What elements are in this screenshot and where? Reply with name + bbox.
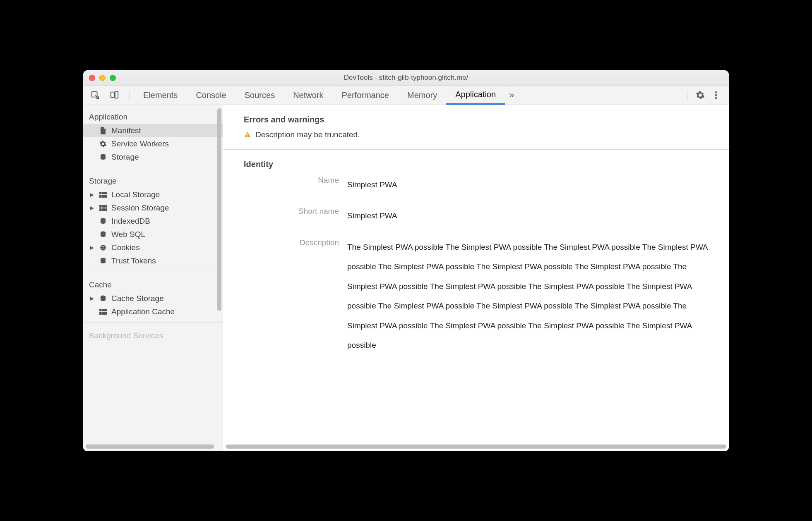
- database-icon: [99, 230, 107, 239]
- devtools-window: DevTools - stitch-glib-typhoon.glitch.me…: [83, 70, 729, 451]
- sidebar-item-indexeddb[interactable]: ▶ IndexedDB: [83, 215, 223, 228]
- svg-point-17: [100, 245, 106, 251]
- svg-point-4: [715, 94, 717, 96]
- inspect-element-icon[interactable]: [88, 88, 102, 102]
- more-options-icon[interactable]: [709, 88, 723, 102]
- svg-rect-26: [99, 312, 101, 315]
- svg-rect-11: [99, 205, 101, 208]
- sidebar-divider: [83, 272, 223, 272]
- sidebar-item-label: Manifest: [111, 126, 141, 135]
- sidebar-item-label: Trust Tokens: [111, 256, 156, 265]
- sidebar-divider: [83, 323, 223, 323]
- device-toolbar-icon[interactable]: [107, 88, 121, 102]
- svg-rect-7: [99, 192, 101, 194]
- zoom-window-button[interactable]: [110, 75, 116, 81]
- gear-icon: [99, 140, 107, 148]
- svg-point-19: [103, 246, 104, 247]
- grid-icon: [99, 308, 107, 316]
- sidebar-item-web-sql[interactable]: ▶ Web SQL: [83, 228, 223, 241]
- sidebar-item-label: Service Workers: [111, 139, 169, 148]
- sidebar-section-background-services: Background Services: [83, 327, 223, 343]
- sidebar-item-session-storage[interactable]: ▶ Session Storage: [83, 201, 223, 215]
- sidebar-item-service-workers[interactable]: ▶ Service Workers: [83, 137, 223, 151]
- main-horizontal-scrollbar[interactable]: [226, 445, 726, 449]
- sidebar-item-label: Local Storage: [111, 190, 160, 199]
- sidebar-item-application-cache[interactable]: ▶ Application Cache: [83, 305, 223, 318]
- expand-arrow-icon[interactable]: ▶: [89, 191, 95, 198]
- section-divider: [223, 149, 729, 150]
- svg-point-18: [102, 246, 103, 247]
- sidebar-item-label: Session Storage: [111, 203, 169, 213]
- identity-value-description: The Simplest PWA possible The Simplest P…: [347, 237, 708, 355]
- toolbar-divider: [687, 90, 687, 100]
- sidebar-section-application: Application: [83, 108, 223, 124]
- tab-elements[interactable]: Elements: [134, 86, 187, 105]
- application-sidebar[interactable]: Application ▶ Manifest ▶ Service Workers…: [83, 105, 223, 451]
- sidebar-item-cache-storage[interactable]: ▶ Cache Storage: [83, 292, 223, 305]
- main-panel-wrapper: Errors and warnings Description may be t…: [223, 105, 729, 451]
- more-tabs-button[interactable]: »: [505, 90, 518, 100]
- tab-label: Console: [196, 91, 226, 100]
- grid-icon: [99, 191, 107, 199]
- sidebar-item-trust-tokens[interactable]: ▶ Trust Tokens: [83, 254, 223, 268]
- svg-rect-2: [115, 91, 118, 98]
- database-icon: [99, 153, 107, 161]
- svg-rect-9: [99, 195, 101, 198]
- warning-text: Description may be truncated.: [255, 130, 360, 139]
- tab-network[interactable]: Network: [284, 86, 332, 105]
- svg-rect-25: [101, 309, 107, 311]
- svg-rect-14: [101, 208, 107, 211]
- tab-label: Memory: [407, 91, 437, 100]
- devtools-toolbar: Elements Console Sources Network Perform…: [83, 86, 729, 105]
- sidebar-item-label: Cache Storage: [111, 294, 164, 303]
- sidebar-item-label: IndexedDB: [111, 217, 150, 226]
- expand-arrow-icon[interactable]: ▶: [89, 244, 95, 251]
- identity-value-short-name: Simplest PWA: [347, 206, 708, 226]
- minimize-window-button[interactable]: [99, 75, 106, 81]
- svg-point-21: [103, 248, 104, 249]
- grid-icon: [99, 204, 107, 212]
- tab-sources[interactable]: Sources: [235, 86, 284, 105]
- panel-tabs: Elements Console Sources Network Perform…: [134, 86, 505, 105]
- settings-icon[interactable]: [693, 88, 707, 102]
- titlebar: DevTools - stitch-glib-typhoon.glitch.me…: [83, 70, 729, 86]
- svg-rect-1: [111, 92, 115, 98]
- manifest-panel[interactable]: Errors and warnings Description may be t…: [223, 105, 729, 451]
- traffic-lights: [83, 75, 116, 81]
- svg-rect-24: [99, 309, 101, 311]
- expand-arrow-icon[interactable]: ▶: [89, 205, 95, 211]
- warning-icon: [244, 131, 251, 139]
- tab-console[interactable]: Console: [187, 86, 235, 105]
- identity-label-short-name: Short name: [244, 206, 339, 216]
- sidebar-item-storage[interactable]: ▶ Storage: [83, 151, 223, 164]
- close-window-button[interactable]: [89, 75, 95, 81]
- svg-rect-28: [247, 134, 248, 136]
- expand-arrow-icon[interactable]: ▶: [89, 295, 95, 301]
- panel-body: Application ▶ Manifest ▶ Service Workers…: [83, 105, 729, 451]
- svg-rect-8: [101, 192, 107, 194]
- svg-point-20: [101, 248, 102, 249]
- toolbar-divider: [130, 90, 130, 100]
- tab-memory[interactable]: Memory: [398, 86, 446, 105]
- sidebar-horizontal-scrollbar[interactable]: [86, 445, 214, 449]
- sidebar-item-label: Storage: [111, 153, 139, 162]
- tab-label: Network: [293, 91, 323, 100]
- identity-label-name: Name: [244, 175, 339, 185]
- svg-point-5: [715, 97, 717, 99]
- tab-label: Sources: [245, 91, 275, 100]
- identity-section-title: Identity: [244, 160, 708, 169]
- sidebar-item-manifest[interactable]: ▶ Manifest: [83, 124, 223, 137]
- sidebar-divider: [83, 168, 223, 168]
- svg-rect-12: [101, 205, 107, 208]
- svg-rect-10: [101, 195, 107, 198]
- sidebar-item-cookies[interactable]: ▶ Cookies: [83, 241, 223, 254]
- tab-label: Performance: [342, 91, 389, 100]
- tab-application[interactable]: Application: [446, 86, 505, 105]
- window-title: DevTools - stitch-glib-typhoon.glitch.me…: [83, 74, 729, 82]
- svg-rect-29: [247, 136, 248, 136]
- identity-table: Name Simplest PWA Short name Simplest PW…: [244, 175, 708, 355]
- sidebar-section-cache: Cache: [83, 276, 223, 292]
- warning-row: Description may be truncated.: [244, 130, 708, 139]
- sidebar-item-local-storage[interactable]: ▶ Local Storage: [83, 188, 223, 201]
- tab-performance[interactable]: Performance: [333, 86, 399, 105]
